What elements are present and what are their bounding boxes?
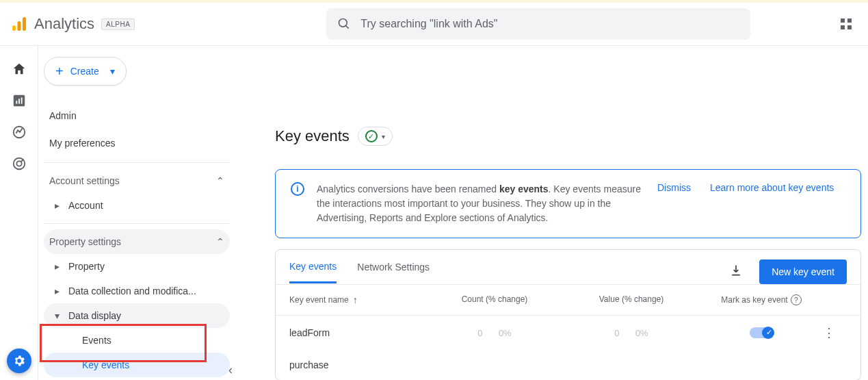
create-label: Create [70,66,99,77]
sidebar-account-settings[interactable]: Account settings ⌃ [44,168,230,193]
table-row: purchase [276,350,860,380]
home-icon[interactable] [11,61,27,77]
table-row: leadForm 0 0% 0 0% ✓ ⋮ [276,316,860,350]
arrow-right-icon: ▸ [55,286,62,296]
svg-rect-0 [12,25,16,31]
sidebar-my-preferences[interactable]: My preferences [44,129,230,157]
explore-icon[interactable] [11,124,27,140]
search-icon [337,17,351,31]
info-icon: i [291,182,304,196]
svg-rect-1 [18,21,21,31]
create-button[interactable]: + Create ▾ [44,57,127,86]
sidebar-data-collection[interactable]: ▸Data collection and modifica... [44,279,230,303]
tab-network-settings[interactable]: Network Settings [357,262,430,282]
row-name: leadForm [289,327,426,338]
sidebar-key-events[interactable]: Key events [44,353,230,377]
sidebar-property-settings[interactable]: Property settings ⌃ [44,229,230,254]
status-filter-pill[interactable]: ✓ ▾ [358,127,393,146]
chevron-down-icon: ▾ [382,133,385,140]
check-circle-icon: ✓ [365,130,378,142]
sidebar-group-label: Property settings [49,236,121,247]
svg-rect-2 [23,17,26,31]
settings-fab[interactable] [7,349,31,373]
info-banner: i Analytics conversions have been rename… [275,169,861,238]
svg-rect-6 [16,101,17,104]
alpha-badge: ALPHA [101,18,135,30]
gear-icon [12,354,26,368]
chevron-up-icon: ⌃ [216,175,224,186]
col-value-header: Value (% change) [563,294,700,305]
search-input[interactable] [360,18,739,30]
search-box[interactable] [326,8,750,40]
plus-icon: + [55,64,64,78]
col-mark-header: Mark as key event? [700,294,823,305]
help-icon[interactable]: ? [791,294,802,305]
download-icon[interactable] [729,264,743,280]
sidebar-data-display[interactable]: ▾Data display [44,303,230,328]
key-events-card: Key events Network Settings New key even… [275,249,861,380]
admin-sidebar: + Create ▾ Admin My preferences Account … [38,46,244,380]
analytics-logo-icon [11,16,27,32]
svg-rect-8 [21,97,22,103]
row-count: 0 0% [426,327,563,338]
learn-more-link[interactable]: Learn more about key events [710,182,834,193]
arrow-right-icon: ▸ [55,200,62,211]
advertising-icon[interactable] [11,155,27,172]
svg-line-4 [346,26,349,29]
col-name-header[interactable]: Key event name↑ [289,294,426,305]
collapse-sidebar-icon[interactable]: ‹ [228,363,233,377]
product-logo-area: Analytics ALPHA [11,15,135,33]
dismiss-link[interactable]: Dismiss [657,182,691,193]
svg-point-3 [339,19,347,27]
page-title: Key events [275,127,350,145]
row-name: purchase [289,359,426,370]
sidebar-events[interactable]: Events [44,328,230,353]
tab-key-events[interactable]: Key events [289,261,337,283]
reports-icon[interactable] [11,92,27,109]
sidebar-admin[interactable]: Admin [44,102,230,129]
main-content: Key events ✓ ▾ i Analytics conversions h… [244,46,868,380]
mark-toggle[interactable]: ✓ [750,327,773,338]
banner-text: Analytics conversions have been renamed … [317,182,645,225]
svg-rect-7 [18,99,20,103]
arrow-right-icon: ▸ [55,261,62,272]
new-key-event-button[interactable]: New key event [759,259,847,284]
col-count-header: Count (% change) [426,294,563,305]
apps-menu-icon[interactable] [835,13,857,35]
sort-arrow-up-icon: ↑ [353,294,358,305]
product-name: Analytics [34,15,94,33]
row-value: 0 0% [563,327,700,338]
row-menu-icon[interactable]: ⋮ [823,326,835,340]
svg-point-11 [16,161,21,166]
sidebar-group-label: Account settings [49,175,120,186]
arrow-down-icon: ▾ [55,310,62,321]
chevron-down-icon: ▾ [110,66,115,77]
chevron-up-icon: ⌃ [216,236,224,247]
left-rail [0,46,38,380]
sidebar-property[interactable]: ▸Property [44,254,230,279]
sidebar-account[interactable]: ▸Account [44,193,230,218]
table-header: Key event name↑ Count (% change) Value (… [276,284,860,316]
